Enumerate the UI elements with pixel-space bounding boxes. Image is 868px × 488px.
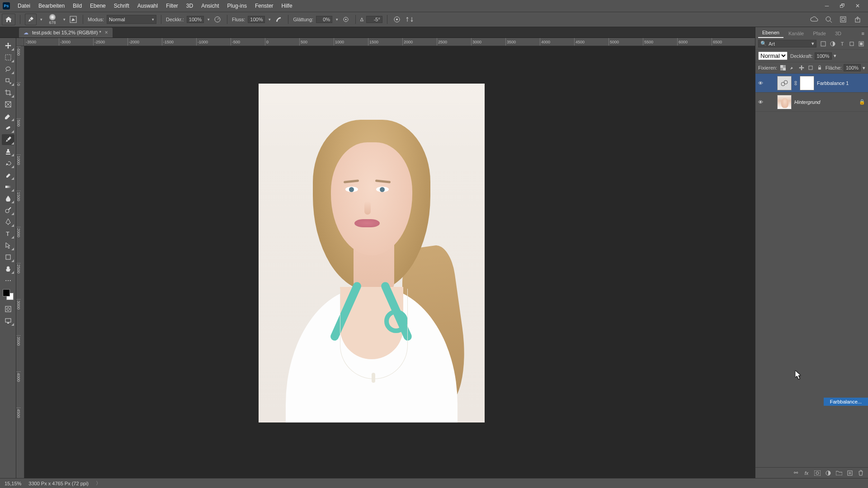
chevron-down-icon[interactable]: ▾: [63, 17, 66, 22]
type-tool[interactable]: T: [2, 228, 14, 239]
dodge-tool[interactable]: [2, 205, 14, 216]
filter-type-icon[interactable]: T: [838, 40, 846, 47]
canvas[interactable]: [24, 46, 755, 478]
shape-tool[interactable]: [2, 252, 14, 263]
layer-row[interactable]: 👁 Hintergrund 🔒: [755, 93, 868, 112]
move-tool[interactable]: [2, 40, 14, 51]
layer-blend-mode[interactable]: Normal: [758, 52, 788, 60]
history-brush-tool[interactable]: [2, 158, 14, 169]
new-group-button[interactable]: [835, 469, 843, 477]
lock-transparency[interactable]: [780, 64, 786, 71]
visibility-toggle[interactable]: 👁: [758, 80, 765, 86]
menu-3d[interactable]: 3D: [182, 3, 197, 9]
flow-input[interactable]: 100%: [248, 16, 265, 23]
pen-tool[interactable]: [2, 216, 14, 227]
blur-tool[interactable]: [2, 193, 14, 204]
share-button[interactable]: [853, 14, 863, 24]
smoothing-input[interactable]: 0%: [316, 16, 332, 23]
cloud-docs-icon[interactable]: [809, 14, 819, 24]
brush-preset-picker[interactable]: 678: [45, 14, 60, 25]
layer-style-button[interactable]: fx: [803, 469, 810, 477]
visibility-toggle[interactable]: 👁: [758, 99, 765, 105]
screenmode-toggle[interactable]: [2, 315, 14, 326]
layer-opacity-input[interactable]: 100%: [815, 52, 832, 60]
color-swatches[interactable]: [3, 289, 14, 300]
document-tab[interactable]: ☁ test.psdc bei 15,2% (RGB/8#) * ×: [19, 28, 113, 38]
status-info-menu[interactable]: 〉: [96, 480, 101, 487]
ruler-horizontal[interactable]: -3500-3000-2500-2000-1500-1000-500050010…: [24, 38, 755, 46]
tab-channels[interactable]: Kanäle: [784, 29, 808, 38]
new-adjustment-button[interactable]: [825, 469, 832, 477]
angle-input[interactable]: -5°: [366, 16, 382, 23]
smoothing-options-button[interactable]: [341, 14, 351, 24]
delete-layer-button[interactable]: [857, 469, 864, 477]
eraser-tool[interactable]: [2, 169, 14, 180]
path-select-tool[interactable]: [2, 240, 14, 251]
more-tools[interactable]: ⋯: [2, 275, 14, 286]
maximize-button[interactable]: 🗗: [835, 1, 850, 10]
add-mask-button[interactable]: [814, 469, 821, 477]
layer-row[interactable]: 👁 Farbbalance 1: [755, 74, 868, 93]
lock-all[interactable]: [816, 64, 823, 71]
menu-edit[interactable]: Bearbeiten: [34, 3, 69, 9]
document-info[interactable]: 3300 Px x 4765 Px (72 ppi): [28, 481, 89, 486]
layer-name[interactable]: Hintergrund: [794, 99, 856, 105]
tab-layers[interactable]: Ebenen: [758, 28, 783, 38]
blend-mode-select[interactable]: Normal▾: [107, 15, 156, 24]
link-mask-icon[interactable]: [794, 80, 797, 86]
hand-tool[interactable]: [2, 263, 14, 274]
ruler-origin[interactable]: [16, 38, 24, 46]
airbrush-toggle[interactable]: [274, 14, 283, 24]
filter-adjust-icon[interactable]: [829, 40, 837, 47]
menu-select[interactable]: Auswahl: [133, 3, 162, 9]
filter-smart-icon[interactable]: [857, 40, 865, 47]
menu-filter[interactable]: Filter: [162, 3, 182, 9]
close-window-button[interactable]: ✕: [850, 1, 865, 10]
lock-artboard[interactable]: [807, 64, 814, 71]
symmetry-button[interactable]: [405, 14, 415, 24]
brush-settings-button[interactable]: [68, 14, 78, 24]
menu-layer[interactable]: Ebene: [86, 3, 110, 9]
link-layers-button[interactable]: ⚯: [792, 469, 799, 477]
filter-shape-icon[interactable]: [848, 40, 856, 47]
workspace-frame-icon[interactable]: [838, 14, 848, 24]
chevron-down-icon[interactable]: ▾: [834, 53, 836, 59]
minimize-button[interactable]: ─: [819, 1, 835, 10]
quickmask-toggle[interactable]: [2, 304, 14, 314]
lock-position[interactable]: [798, 64, 804, 71]
filter-pixel-icon[interactable]: [819, 40, 827, 47]
mask-thumbnail[interactable]: [800, 76, 814, 90]
marquee-tool[interactable]: [2, 52, 14, 63]
new-layer-button[interactable]: [846, 469, 854, 477]
search-button[interactable]: [824, 14, 834, 24]
tab-paths[interactable]: Pfade: [809, 29, 830, 38]
pressure-size-toggle[interactable]: [392, 14, 402, 24]
zoom-level[interactable]: 15,15%: [5, 481, 21, 486]
chevron-down-icon[interactable]: ▾: [40, 17, 42, 22]
menu-plugins[interactable]: Plug-ins: [223, 3, 251, 9]
home-button[interactable]: [2, 14, 15, 25]
lock-pixels[interactable]: [789, 64, 795, 71]
foreground-swatch[interactable]: [3, 289, 10, 296]
tool-preset-picker[interactable]: [25, 14, 37, 25]
chevron-down-icon[interactable]: ▾: [269, 17, 271, 22]
crop-tool[interactable]: [2, 87, 14, 98]
layer-filter-type[interactable]: 🔍 Art ▾: [758, 40, 816, 47]
menu-file[interactable]: Datei: [14, 3, 34, 9]
eyedropper-tool[interactable]: [2, 111, 14, 122]
frame-tool[interactable]: [2, 99, 14, 110]
chevron-down-icon[interactable]: ▾: [336, 17, 338, 22]
menu-type[interactable]: Schrift: [110, 3, 133, 9]
chevron-down-icon[interactable]: ▾: [208, 17, 210, 22]
layer-fill-input[interactable]: 100%: [844, 64, 861, 71]
menu-image[interactable]: Bild: [69, 3, 86, 9]
ruler-vertical[interactable]: -500050010001500200025003000350040004500: [16, 46, 24, 478]
brush-tool[interactable]: [2, 134, 14, 145]
selection-tool[interactable]: [2, 75, 14, 86]
lasso-tool[interactable]: [2, 64, 14, 75]
stamp-tool[interactable]: [2, 146, 14, 157]
layer-name[interactable]: Farbbalance 1: [817, 80, 865, 86]
layer-thumbnail[interactable]: [777, 95, 792, 109]
opacity-input[interactable]: 100%: [187, 16, 204, 23]
tab-3d[interactable]: 3D: [831, 29, 845, 38]
